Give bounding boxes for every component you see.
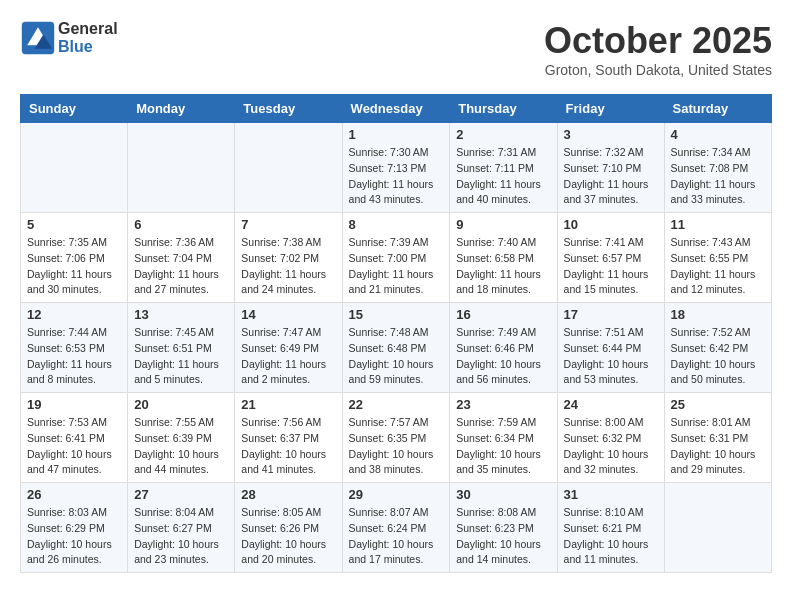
day-info: Sunrise: 7:35 AM Sunset: 7:06 PM Dayligh…	[27, 235, 121, 298]
day-info: Sunrise: 7:52 AM Sunset: 6:42 PM Dayligh…	[671, 325, 765, 388]
day-info: Sunrise: 7:47 AM Sunset: 6:49 PM Dayligh…	[241, 325, 335, 388]
calendar-cell: 9Sunrise: 7:40 AM Sunset: 6:58 PM Daylig…	[450, 213, 557, 303]
day-info: Sunrise: 7:53 AM Sunset: 6:41 PM Dayligh…	[27, 415, 121, 478]
day-number: 1	[349, 127, 444, 142]
day-number: 29	[349, 487, 444, 502]
day-info: Sunrise: 7:36 AM Sunset: 7:04 PM Dayligh…	[134, 235, 228, 298]
day-info: Sunrise: 7:32 AM Sunset: 7:10 PM Dayligh…	[564, 145, 658, 208]
day-number: 10	[564, 217, 658, 232]
calendar-cell: 2Sunrise: 7:31 AM Sunset: 7:11 PM Daylig…	[450, 123, 557, 213]
day-info: Sunrise: 7:51 AM Sunset: 6:44 PM Dayligh…	[564, 325, 658, 388]
day-info: Sunrise: 7:38 AM Sunset: 7:02 PM Dayligh…	[241, 235, 335, 298]
calendar-cell: 7Sunrise: 7:38 AM Sunset: 7:02 PM Daylig…	[235, 213, 342, 303]
day-number: 24	[564, 397, 658, 412]
weekday-header-row: SundayMondayTuesdayWednesdayThursdayFrid…	[21, 95, 772, 123]
day-info: Sunrise: 7:56 AM Sunset: 6:37 PM Dayligh…	[241, 415, 335, 478]
title-block: October 2025 Groton, South Dakota, Unite…	[544, 20, 772, 78]
week-row-1: 1Sunrise: 7:30 AM Sunset: 7:13 PM Daylig…	[21, 123, 772, 213]
calendar-cell: 6Sunrise: 7:36 AM Sunset: 7:04 PM Daylig…	[128, 213, 235, 303]
day-number: 12	[27, 307, 121, 322]
day-number: 8	[349, 217, 444, 232]
day-info: Sunrise: 7:45 AM Sunset: 6:51 PM Dayligh…	[134, 325, 228, 388]
calendar-cell: 25Sunrise: 8:01 AM Sunset: 6:31 PM Dayli…	[664, 393, 771, 483]
calendar-cell: 16Sunrise: 7:49 AM Sunset: 6:46 PM Dayli…	[450, 303, 557, 393]
day-number: 20	[134, 397, 228, 412]
day-info: Sunrise: 7:39 AM Sunset: 7:00 PM Dayligh…	[349, 235, 444, 298]
day-info: Sunrise: 8:04 AM Sunset: 6:27 PM Dayligh…	[134, 505, 228, 568]
calendar-cell	[664, 483, 771, 573]
weekday-header-saturday: Saturday	[664, 95, 771, 123]
day-info: Sunrise: 7:30 AM Sunset: 7:13 PM Dayligh…	[349, 145, 444, 208]
day-info: Sunrise: 7:44 AM Sunset: 6:53 PM Dayligh…	[27, 325, 121, 388]
day-info: Sunrise: 8:00 AM Sunset: 6:32 PM Dayligh…	[564, 415, 658, 478]
day-number: 21	[241, 397, 335, 412]
logo: General Blue	[20, 20, 118, 56]
weekday-header-thursday: Thursday	[450, 95, 557, 123]
day-info: Sunrise: 8:01 AM Sunset: 6:31 PM Dayligh…	[671, 415, 765, 478]
calendar-cell: 20Sunrise: 7:55 AM Sunset: 6:39 PM Dayli…	[128, 393, 235, 483]
day-number: 25	[671, 397, 765, 412]
day-info: Sunrise: 7:31 AM Sunset: 7:11 PM Dayligh…	[456, 145, 550, 208]
weekday-header-friday: Friday	[557, 95, 664, 123]
day-info: Sunrise: 7:57 AM Sunset: 6:35 PM Dayligh…	[349, 415, 444, 478]
calendar-cell: 28Sunrise: 8:05 AM Sunset: 6:26 PM Dayli…	[235, 483, 342, 573]
day-number: 16	[456, 307, 550, 322]
weekday-header-tuesday: Tuesday	[235, 95, 342, 123]
calendar-cell: 23Sunrise: 7:59 AM Sunset: 6:34 PM Dayli…	[450, 393, 557, 483]
day-number: 22	[349, 397, 444, 412]
day-number: 13	[134, 307, 228, 322]
calendar-cell	[235, 123, 342, 213]
location: Groton, South Dakota, United States	[544, 62, 772, 78]
day-number: 7	[241, 217, 335, 232]
calendar-cell: 3Sunrise: 7:32 AM Sunset: 7:10 PM Daylig…	[557, 123, 664, 213]
calendar-cell: 27Sunrise: 8:04 AM Sunset: 6:27 PM Dayli…	[128, 483, 235, 573]
calendar-cell: 11Sunrise: 7:43 AM Sunset: 6:55 PM Dayli…	[664, 213, 771, 303]
day-number: 26	[27, 487, 121, 502]
calendar-cell: 10Sunrise: 7:41 AM Sunset: 6:57 PM Dayli…	[557, 213, 664, 303]
calendar-cell: 12Sunrise: 7:44 AM Sunset: 6:53 PM Dayli…	[21, 303, 128, 393]
day-info: Sunrise: 7:43 AM Sunset: 6:55 PM Dayligh…	[671, 235, 765, 298]
calendar-cell: 13Sunrise: 7:45 AM Sunset: 6:51 PM Dayli…	[128, 303, 235, 393]
calendar-cell: 8Sunrise: 7:39 AM Sunset: 7:00 PM Daylig…	[342, 213, 450, 303]
day-info: Sunrise: 8:03 AM Sunset: 6:29 PM Dayligh…	[27, 505, 121, 568]
calendar-cell: 14Sunrise: 7:47 AM Sunset: 6:49 PM Dayli…	[235, 303, 342, 393]
day-number: 6	[134, 217, 228, 232]
calendar-cell: 29Sunrise: 8:07 AM Sunset: 6:24 PM Dayli…	[342, 483, 450, 573]
day-info: Sunrise: 8:10 AM Sunset: 6:21 PM Dayligh…	[564, 505, 658, 568]
day-number: 19	[27, 397, 121, 412]
week-row-2: 5Sunrise: 7:35 AM Sunset: 7:06 PM Daylig…	[21, 213, 772, 303]
day-info: Sunrise: 7:40 AM Sunset: 6:58 PM Dayligh…	[456, 235, 550, 298]
calendar-cell: 4Sunrise: 7:34 AM Sunset: 7:08 PM Daylig…	[664, 123, 771, 213]
day-info: Sunrise: 7:48 AM Sunset: 6:48 PM Dayligh…	[349, 325, 444, 388]
logo-general: General	[58, 20, 118, 37]
calendar-cell: 18Sunrise: 7:52 AM Sunset: 6:42 PM Dayli…	[664, 303, 771, 393]
day-number: 30	[456, 487, 550, 502]
day-number: 28	[241, 487, 335, 502]
day-info: Sunrise: 8:07 AM Sunset: 6:24 PM Dayligh…	[349, 505, 444, 568]
day-info: Sunrise: 7:41 AM Sunset: 6:57 PM Dayligh…	[564, 235, 658, 298]
calendar-cell	[128, 123, 235, 213]
calendar-cell: 1Sunrise: 7:30 AM Sunset: 7:13 PM Daylig…	[342, 123, 450, 213]
calendar-cell: 24Sunrise: 8:00 AM Sunset: 6:32 PM Dayli…	[557, 393, 664, 483]
page-header: General Blue October 2025 Groton, South …	[20, 20, 772, 78]
month-title: October 2025	[544, 20, 772, 62]
day-info: Sunrise: 7:49 AM Sunset: 6:46 PM Dayligh…	[456, 325, 550, 388]
calendar-cell: 21Sunrise: 7:56 AM Sunset: 6:37 PM Dayli…	[235, 393, 342, 483]
calendar-cell: 5Sunrise: 7:35 AM Sunset: 7:06 PM Daylig…	[21, 213, 128, 303]
weekday-header-sunday: Sunday	[21, 95, 128, 123]
week-row-3: 12Sunrise: 7:44 AM Sunset: 6:53 PM Dayli…	[21, 303, 772, 393]
day-info: Sunrise: 7:59 AM Sunset: 6:34 PM Dayligh…	[456, 415, 550, 478]
calendar-cell: 15Sunrise: 7:48 AM Sunset: 6:48 PM Dayli…	[342, 303, 450, 393]
weekday-header-monday: Monday	[128, 95, 235, 123]
calendar-cell: 31Sunrise: 8:10 AM Sunset: 6:21 PM Dayli…	[557, 483, 664, 573]
day-info: Sunrise: 8:05 AM Sunset: 6:26 PM Dayligh…	[241, 505, 335, 568]
calendar-cell: 22Sunrise: 7:57 AM Sunset: 6:35 PM Dayli…	[342, 393, 450, 483]
calendar-cell: 17Sunrise: 7:51 AM Sunset: 6:44 PM Dayli…	[557, 303, 664, 393]
day-number: 27	[134, 487, 228, 502]
week-row-5: 26Sunrise: 8:03 AM Sunset: 6:29 PM Dayli…	[21, 483, 772, 573]
day-info: Sunrise: 7:34 AM Sunset: 7:08 PM Dayligh…	[671, 145, 765, 208]
day-number: 5	[27, 217, 121, 232]
day-number: 11	[671, 217, 765, 232]
calendar-table: SundayMondayTuesdayWednesdayThursdayFrid…	[20, 94, 772, 573]
day-number: 18	[671, 307, 765, 322]
